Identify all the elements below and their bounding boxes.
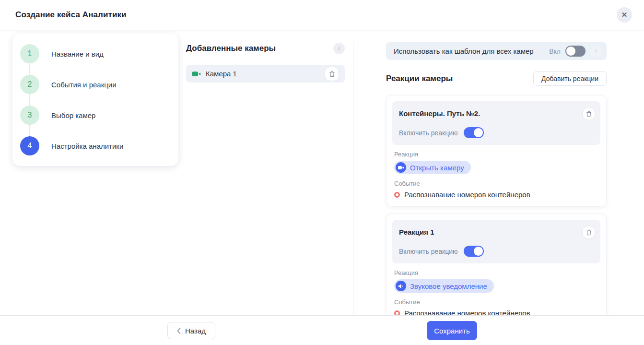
modal-header: Создание кейса Аналитики ✕ xyxy=(0,0,644,30)
reaction-title: Контейнеры. Путь №2. xyxy=(399,107,582,118)
modal-title: Создание кейса Аналитики xyxy=(15,10,127,20)
trash-icon xyxy=(586,229,592,236)
add-reactions-button[interactable]: Добавить реакции xyxy=(533,71,607,86)
back-button[interactable]: Назад xyxy=(167,322,215,339)
step-label: События и реакции xyxy=(51,81,117,89)
step-label: Название и вид xyxy=(51,50,104,58)
added-cameras-section: Добавленные камеры i Камера 1 xyxy=(186,30,345,83)
event-field-label: Событие xyxy=(394,298,600,306)
modal-content: 1 Название и вид 2 События и реакции 3 В… xyxy=(0,30,644,315)
reaction-card: Контейнеры. Путь №2. Включить реакцию Ре… xyxy=(386,95,607,207)
step-label: Выбор камер xyxy=(51,111,95,119)
trash-icon xyxy=(329,71,335,77)
toggle-knob xyxy=(474,247,483,256)
step-number-badge: 1 xyxy=(20,44,39,63)
column-divider xyxy=(353,41,353,315)
delete-reaction-button[interactable] xyxy=(582,226,596,239)
wizard-step-events-reactions[interactable]: 2 События и реакции xyxy=(20,75,171,94)
video-camera-icon xyxy=(192,71,201,77)
event-name: Распознавание номеров контейнеров xyxy=(404,190,530,199)
toggle-knob xyxy=(474,128,483,137)
create-analytics-case-modal: Создание кейса Аналитики ✕ 1 Название и … xyxy=(0,0,644,345)
step-connector xyxy=(29,94,30,106)
event-row: Распознавание номеров контейнеров xyxy=(394,190,600,199)
enable-reaction-toggle[interactable] xyxy=(464,127,484,138)
reaction-chip-label: Открыть камеру xyxy=(410,164,464,172)
toggle-knob xyxy=(566,47,575,56)
reaction-field-label: Реакция xyxy=(394,269,600,276)
reaction-card-header: Реакция 1 Включить реакцию xyxy=(392,220,600,263)
step-number-badge: 3 xyxy=(20,106,39,125)
reaction-chip-label: Звуковое уведомление xyxy=(410,282,487,290)
event-field-label: Событие xyxy=(394,180,600,187)
reaction-card-header: Контейнеры. Путь №2. Включить реакцию xyxy=(392,101,600,145)
reaction-chip-open-camera[interactable]: Открыть камеру xyxy=(394,161,471,174)
info-icon: i xyxy=(338,45,340,52)
step-number-badge: 2 xyxy=(20,75,39,94)
delete-camera-button[interactable] xyxy=(325,67,339,81)
wizard-step-analytics-settings[interactable]: 4 Настройка аналитики xyxy=(20,136,171,155)
step-number-badge-active: 4 xyxy=(20,136,39,155)
chevron-left-icon xyxy=(177,328,181,334)
trash-icon xyxy=(586,111,592,117)
reaction-title: Реакция 1 xyxy=(399,226,582,236)
step-connector xyxy=(29,63,30,75)
enable-reaction-toggle[interactable] xyxy=(464,246,484,257)
wizard-step-name-and-type[interactable]: 1 Название и вид xyxy=(20,44,171,63)
camera-name: Камера 1 xyxy=(206,70,237,78)
delete-reaction-button[interactable] xyxy=(582,107,596,120)
camera-reactions-title: Реакции камеры xyxy=(386,74,453,83)
close-icon: ✕ xyxy=(621,11,628,19)
template-toggle[interactable] xyxy=(565,46,585,57)
close-button[interactable]: ✕ xyxy=(617,7,632,23)
enable-reaction-label: Включить реакцию xyxy=(399,129,458,137)
reaction-card: Реакция 1 Включить реакцию Реакция xyxy=(386,214,607,325)
wizard-steps-card: 1 Название и вид 2 События и реакции 3 В… xyxy=(12,34,178,166)
template-banner-label: Использовать как шаблон для всех камер xyxy=(394,47,549,55)
reaction-field-label: Реакция xyxy=(394,151,600,158)
event-marker-icon xyxy=(394,192,400,198)
template-banner: Использовать как шаблон для всех камер В… xyxy=(386,42,607,60)
reaction-chip-sound-notification[interactable]: Звуковое уведомление xyxy=(394,279,494,293)
added-cameras-title: Добавленные камеры xyxy=(186,44,276,53)
enable-reaction-label: Включить реакцию xyxy=(399,248,458,255)
step-connector xyxy=(29,125,30,136)
toggle-state-label: Вкл xyxy=(549,48,561,55)
template-info-button[interactable]: i xyxy=(590,46,602,57)
step-label: Настройка аналитики xyxy=(51,142,123,150)
wizard-step-camera-selection[interactable]: 3 Выбор камер xyxy=(20,106,171,125)
speaker-icon xyxy=(396,281,406,291)
camera-icon xyxy=(396,162,406,173)
cameras-info-button[interactable]: i xyxy=(333,43,345,54)
camera-list-item: Камера 1 xyxy=(186,65,345,83)
save-button[interactable]: Сохранить xyxy=(427,321,477,340)
modal-footer: Назад Сохранить xyxy=(0,315,644,345)
info-icon: i xyxy=(595,48,597,54)
camera-settings-section: Использовать как шаблон для всех камер В… xyxy=(386,30,607,325)
back-button-label: Назад xyxy=(185,327,206,335)
